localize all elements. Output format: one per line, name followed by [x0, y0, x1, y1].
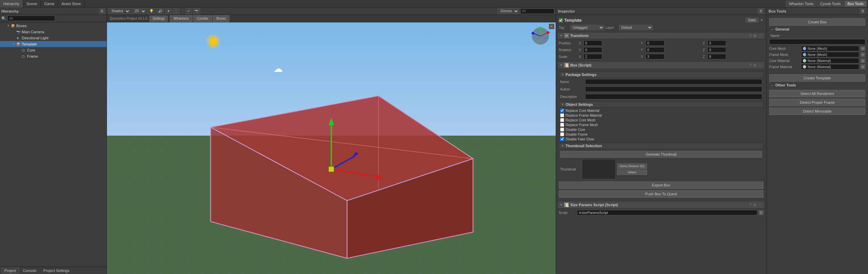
transform-settings-btn[interactable]: ⚙ [753, 34, 757, 38]
cb-disable-frame-input[interactable] [560, 132, 564, 136]
size-params-menu-btn[interactable]: ⋮ [758, 203, 762, 207]
hierarchy-header: Hierarchy ☰ [0, 7, 107, 15]
whackers-nav-btn[interactable]: Whackers [170, 15, 192, 22]
box-tools-btn[interactable]: Box Tools [845, 1, 867, 7]
tab-console[interactable]: Console [20, 268, 39, 274]
generate-thumbnail-btn[interactable]: Generate Thumbnail [560, 151, 762, 158]
thumbnail-section-header[interactable]: ▼ Thumbnail Selection [559, 143, 763, 149]
position-z-input[interactable] [707, 40, 726, 46]
detect-mirrorable-btn[interactable]: Detect Mirrorable [769, 107, 865, 115]
select-thumb-btn[interactable]: Select [617, 170, 647, 175]
lighting-btn[interactable]: 💡 [148, 8, 155, 14]
position-x-input[interactable] [584, 40, 602, 46]
shading-dropdown[interactable]: Shaded [108, 8, 130, 14]
whacker-tools-btn[interactable]: Whacker Tools [786, 1, 816, 7]
other-tools-header[interactable]: — Other Tools [769, 82, 865, 88]
object-active-checkbox[interactable] [559, 18, 563, 22]
cyoobs-nav-btn[interactable]: Cyoobs [193, 15, 212, 22]
scale-x-input[interactable] [584, 54, 602, 59]
scale-y-input[interactable] [646, 54, 664, 59]
gizmo-svg: X Y Z [530, 26, 551, 46]
box-script-header[interactable]: ▼ 📜 Box (Script) ? ⚙ ⋮ [557, 61, 765, 69]
box-script-help-btn[interactable]: ? [749, 63, 752, 67]
scale-z-input[interactable] [707, 54, 726, 59]
tab-project[interactable]: Project [1, 268, 19, 274]
settings-btn[interactable]: Settings [149, 16, 168, 22]
pkg-name-input[interactable] [585, 79, 762, 84]
cb-replace-core-material: Replace Core Material [559, 108, 763, 113]
size-params-help-btn[interactable]: ? [749, 203, 752, 207]
object-settings-header[interactable]: ▼ Object Settings [559, 101, 763, 107]
scene-options-btn[interactable]: ⋮ [173, 8, 180, 14]
size-params-header[interactable]: ▼ 📜 Size Params Script (Script) ? ⚙ ⋮ [557, 201, 765, 209]
transform-help-btn[interactable]: ? [749, 34, 752, 38]
scene-view[interactable]: ✺ ☁ [107, 22, 556, 274]
pkg-author-input[interactable] [585, 86, 762, 92]
box-tools-scroll: Create Box — General Name Core Mesh [767, 15, 868, 274]
box-script-menu-btn[interactable]: ⋮ [758, 63, 762, 67]
transform-menu-btn[interactable]: ⋮ [758, 34, 762, 38]
rotation-x-input[interactable] [584, 47, 602, 53]
select-all-renderers-btn[interactable]: Select All Renderers [769, 90, 865, 97]
tree-item-directional-light[interactable]: ☀ Directional Light [0, 35, 107, 41]
view-mode-dropdown[interactable]: 2D 3D [132, 8, 146, 14]
cyoob-tools-btn[interactable]: Cyoob Tools [817, 1, 844, 7]
tree-item-template[interactable]: ▼ 📦 Template [0, 41, 107, 47]
frame-mesh-label: Frame Mesh [769, 53, 800, 57]
tree-item-main-camera[interactable]: 📷 Main Camera [0, 29, 107, 35]
cb-replace-core-mesh-input[interactable] [560, 118, 564, 122]
pkg-description-input[interactable] [585, 94, 762, 99]
size-params-settings-btn[interactable]: ⚙ [753, 203, 757, 207]
create-template-btn[interactable]: Create Template [769, 74, 865, 82]
script-pick-btn[interactable]: ⊙ [759, 210, 763, 215]
detect-proper-frame-btn[interactable]: Detect Proper Frame [769, 99, 865, 106]
position-y-input[interactable] [646, 40, 664, 46]
inspector-menu-btn[interactable]: ☰ [758, 8, 764, 14]
close-scene-btn[interactable]: ✕ [549, 24, 554, 29]
scene-search-input[interactable] [520, 8, 554, 14]
cb-disable-fake-glow-input[interactable] [560, 137, 564, 141]
core-mesh-pick-btn[interactable]: ⊙ [861, 46, 865, 51]
rotation-y-input[interactable] [646, 47, 664, 53]
box-script-settings-btn[interactable]: ⚙ [753, 63, 757, 67]
general-section-header[interactable]: — General [769, 26, 865, 32]
frame-mesh-pick-btn[interactable]: ⊙ [861, 52, 865, 57]
tree-item-boxes[interactable]: ▼ 📦 Boxes [0, 23, 107, 29]
box-tools-menu-btn[interactable]: ☰ [860, 8, 866, 14]
boxes-nav-btn[interactable]: Boxes [213, 15, 230, 22]
frame-material-pick-btn[interactable]: ⊙ [861, 64, 865, 69]
tree-item-frame[interactable]: ⬡ Frame [0, 53, 107, 59]
transform-section-header[interactable]: ▼ ⟳ Transform ? ⚙ ⋮ [557, 32, 765, 39]
rotation-z-input[interactable] [707, 47, 726, 53]
cb-replace-frame-mesh-input[interactable] [560, 123, 564, 127]
cb-replace-frame-material-input[interactable] [560, 113, 564, 117]
audio-btn[interactable]: 🔊 [156, 8, 164, 14]
package-settings-header[interactable]: ▼ Package Settings [559, 72, 763, 78]
tab-game[interactable]: Game [41, 0, 58, 7]
export-box-btn[interactable]: Export Box [559, 181, 763, 189]
gizmos-dropdown[interactable]: Gizmos [497, 8, 519, 14]
layer-select[interactable]: Default [619, 25, 653, 30]
create-box-btn[interactable]: Create Box [769, 18, 865, 26]
none-texture-btn[interactable]: None (Texture 2D) [617, 163, 647, 169]
cb-replace-core-mesh: Replace Core Mesh [559, 118, 763, 122]
hierarchy-search-input[interactable] [7, 16, 55, 21]
push-box-to-quest-btn[interactable]: Push Box To Quest [559, 190, 763, 198]
fx-btn[interactable]: ✦ [165, 8, 171, 14]
tab-hierarchy[interactable]: Hierarchy [0, 0, 23, 7]
cb-disable-core-input[interactable] [560, 128, 564, 132]
tab-scene[interactable]: Scene [23, 0, 41, 7]
camera-btn[interactable]: 📷 [193, 8, 200, 14]
core-material-pick-btn[interactable]: ⊙ [861, 58, 865, 63]
cb-replace-core-material-input[interactable] [560, 109, 564, 113]
rotation-y-field: Y [641, 47, 702, 53]
tree-item-core[interactable]: ⬡ Core [0, 47, 107, 53]
tab-project-settings[interactable]: Project Settings [40, 268, 73, 274]
tab-asset-store[interactable]: Asset Store [58, 0, 85, 7]
hierarchy-menu-btn[interactable]: ☰ [99, 8, 105, 14]
static-btn[interactable]: Static [745, 18, 759, 23]
thumb-preview [582, 159, 616, 179]
name-input[interactable] [769, 39, 865, 44]
tag-select[interactable]: Untagged [570, 25, 604, 30]
maximize-btn[interactable]: ⤢ [185, 8, 191, 14]
